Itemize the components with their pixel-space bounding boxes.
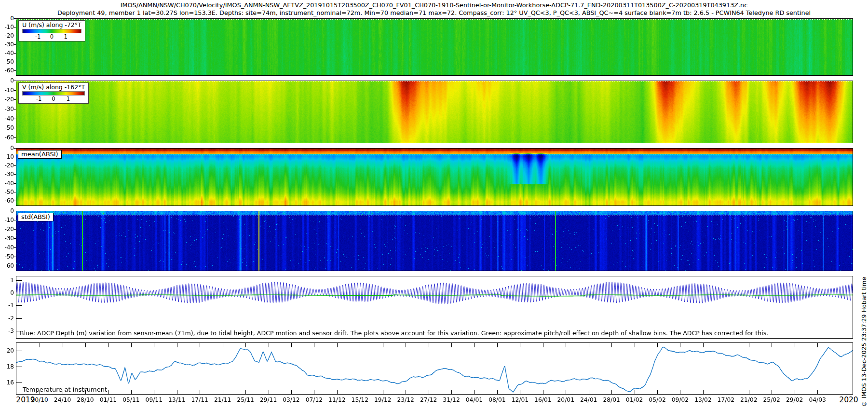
x-tick-mark [314, 343, 314, 347]
y-tick-mark [14, 220, 16, 220]
x-tick-mark [360, 343, 360, 347]
colorbar-tick-label: 0 [50, 33, 54, 40]
y-tick-label: 16 [0, 379, 14, 386]
x-tick-mark [154, 390, 154, 395]
x-tick-mark [611, 390, 612, 395]
v-velocity-heatmap-canvas [16, 81, 853, 143]
y-tick-label: 1 [0, 277, 14, 284]
y-tick-label: -40 [0, 115, 14, 122]
x-tick-label: 21/02 [740, 396, 757, 403]
x-tick-mark [223, 390, 223, 395]
u-colorbar-tick-labels: -101 [21, 33, 82, 40]
x-tick-mark [772, 343, 772, 347]
u-colorbar-gradient [22, 29, 81, 33]
x-tick-label: 21/11 [214, 396, 231, 403]
y-tick-label: 0 [0, 207, 14, 214]
x-tick-mark [40, 343, 40, 347]
y-tick-mark [14, 183, 16, 184]
x-tick-mark [657, 343, 658, 347]
y-tick-mark [14, 174, 16, 175]
x-tick-label: 13/02 [694, 396, 711, 403]
y-tick-label: -30 [0, 106, 14, 112]
y-tick-mark [14, 157, 16, 157]
x-tick-label: 29/02 [786, 396, 803, 403]
x-axis-year-end: 2020 [839, 396, 858, 404]
y-tick-mark [14, 266, 16, 266]
y-tick-mark [14, 137, 16, 138]
y-tick-mark [14, 99, 16, 100]
y-tick-mark [16, 367, 22, 367]
x-tick-mark [200, 343, 200, 347]
v-velocity-heatmap-panel: V (m/s) along -162°T -101 [16, 81, 853, 143]
mean-absi-heatmap-panel: mean(ABSI) [16, 148, 853, 206]
x-tick-label: 16/01 [534, 396, 551, 403]
y-tick-label: -60 [0, 134, 14, 141]
x-tick-label: 01/02 [626, 396, 643, 403]
u-colorbar-legend: U (m/s) along -72°T -101 [18, 20, 85, 41]
x-tick-mark [131, 343, 132, 347]
imos-watermark: © IMOS 13-Dec-2025 23:37:29 Hobart time [861, 277, 868, 407]
x-tick-mark [703, 390, 704, 395]
y-tick-mark [14, 128, 16, 128]
x-tick-mark [795, 390, 795, 395]
y-tick-label: -30 [0, 235, 14, 242]
x-tick-mark [680, 343, 680, 347]
x-tick-mark [520, 343, 520, 347]
v-colorbar-tick-labels: -101 [21, 96, 86, 102]
x-tick-label: 24/01 [580, 396, 597, 403]
y-tick-label: -50 [0, 189, 14, 195]
x-tick-label: 13/11 [168, 396, 185, 403]
y-tick-label: -10 [0, 217, 14, 223]
mean-absi-label: mean(ABSI) [18, 150, 62, 159]
y-tick-mark [16, 293, 22, 293]
x-tick-mark [337, 390, 338, 395]
u-colorbar-title: U (m/s) along -72°T [21, 21, 82, 28]
x-tick-mark [566, 390, 566, 395]
x-tick-mark [749, 343, 749, 347]
y-tick-mark [14, 119, 16, 119]
y-tick-label: 0 [0, 15, 14, 22]
x-tick-mark [291, 343, 292, 347]
y-tick-label: -2 [0, 315, 14, 322]
y-tick-label: -10 [0, 87, 14, 94]
x-tick-label: 03/12 [283, 396, 299, 403]
x-tick-mark [291, 390, 292, 395]
y-tick-label: -60 [0, 67, 14, 74]
y-tick-label: -60 [0, 262, 14, 269]
x-tick-label: 04/01 [466, 396, 483, 403]
x-tick-mark [223, 343, 223, 347]
x-tick-mark [635, 343, 635, 347]
std-absi-label: std(ABSI) [18, 213, 54, 221]
y-tick-label: -3 [0, 328, 14, 334]
x-tick-label: 05/11 [122, 396, 139, 403]
x-tick-mark [200, 390, 200, 395]
x-tick-mark [657, 390, 658, 395]
adcp-mooring-figure: IMOS/ANMN/NSW/CH070/Velocity/IMOS_ANMN-N… [0, 0, 868, 410]
x-tick-label: 20/10 [31, 396, 48, 403]
y-tick-mark [16, 383, 22, 383]
x-tick-label: 25/11 [237, 396, 254, 403]
y-tick-mark [14, 53, 16, 54]
x-tick-label: 29/11 [260, 396, 277, 403]
x-tick-label: 31/12 [443, 396, 460, 403]
y-tick-mark [14, 165, 16, 166]
y-tick-label: -10 [0, 153, 14, 160]
y-tick-label: -30 [0, 41, 14, 48]
x-tick-label: 07/12 [306, 396, 323, 403]
y-tick-mark [14, 90, 16, 91]
x-tick-mark [314, 390, 314, 395]
temperature-line-panel: Temperature at instrument [16, 342, 853, 395]
y-tick-mark [16, 351, 22, 351]
y-tick-mark [14, 70, 16, 71]
x-tick-mark [451, 343, 452, 347]
x-tick-label: 08/01 [488, 396, 505, 403]
y-tick-label: -20 [0, 226, 14, 232]
x-tick-mark [566, 343, 566, 347]
x-tick-mark [429, 390, 429, 395]
x-tick-mark [337, 343, 338, 347]
x-tick-label: 25/02 [763, 396, 780, 403]
y-tick-mark [16, 280, 22, 281]
u-velocity-heatmap-panel: U (m/s) along -72°T -101 [16, 18, 853, 76]
y-tick-label: -40 [0, 50, 14, 56]
x-tick-label: 09/11 [146, 396, 163, 403]
